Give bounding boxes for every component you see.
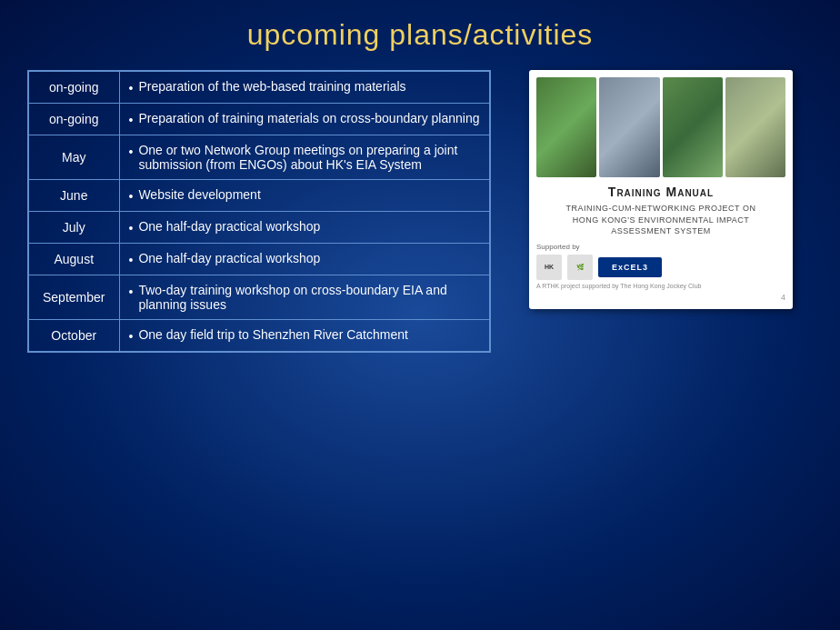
logo-org: 🌿 <box>567 255 593 280</box>
bullet-icon: • <box>129 221 134 235</box>
activities-table-container: on-going•Preparation of the web-based tr… <box>27 70 491 353</box>
bullet-item: •One half-day practical workshop <box>129 251 481 267</box>
logos-row: HK 🌿 ExCEL3 <box>536 255 785 280</box>
logo-hk: HK <box>536 255 562 280</box>
activity-text: Website development <box>138 187 260 202</box>
activity-cell: •One day field trip to Shenzhen River Ca… <box>119 320 490 353</box>
month-cell: July <box>28 212 119 244</box>
bullet-item: •One or two Network Group meetings on pr… <box>129 143 481 172</box>
table-row: on-going•Preparation of the web-based tr… <box>28 71 490 104</box>
bullet-icon: • <box>129 253 134 267</box>
page-number: 4 <box>536 293 785 302</box>
month-cell: June <box>28 180 119 212</box>
activity-cell: •One or two Network Group meetings on pr… <box>119 135 490 180</box>
manual-footer: A RTHK project supported by The Hong Kon… <box>536 283 785 289</box>
excel-logo: ExCEL3 <box>598 257 662 277</box>
bullet-item: •Preparation of training materials on cr… <box>129 111 481 127</box>
month-cell: on-going <box>28 71 119 104</box>
activity-text: One or two Network Group meetings on pre… <box>138 143 480 172</box>
activity-cell: •Website development <box>119 180 490 212</box>
bullet-icon: • <box>129 145 134 159</box>
bullet-item: •Two-day training workshop on cross-boun… <box>129 283 481 312</box>
table-row: June•Website development <box>28 180 490 212</box>
month-cell: September <box>28 275 119 320</box>
table-row: October•One day field trip to Shenzhen R… <box>28 320 490 353</box>
bullet-icon: • <box>129 81 134 95</box>
activity-cell: •One half-day practical workshop <box>119 212 490 244</box>
activity-text: One day field trip to Shenzhen River Cat… <box>138 327 408 342</box>
activity-cell: •Preparation of training materials on cr… <box>119 104 490 135</box>
activity-text: One half-day practical workshop <box>138 219 320 234</box>
bullet-item: •Website development <box>129 187 481 204</box>
table-row: August•One half-day practical workshop <box>28 244 490 275</box>
activities-table: on-going•Preparation of the web-based tr… <box>27 70 491 353</box>
activity-cell: •Two-day training workshop on cross-boun… <box>119 275 490 320</box>
month-cell: October <box>28 320 119 353</box>
table-row: on-going•Preparation of training materia… <box>28 104 490 135</box>
manual-card-title: Training Manual <box>536 185 785 199</box>
image-container: Training Manual Training-cum-Networking … <box>509 70 813 309</box>
bullet-item: •Preparation of the web-based training m… <box>129 79 481 95</box>
bullet-icon: • <box>129 189 134 204</box>
month-cell: on-going <box>28 104 119 135</box>
table-row: September•Two-day training workshop on c… <box>28 275 490 320</box>
bullet-icon: • <box>129 113 134 127</box>
bullet-icon: • <box>129 285 134 299</box>
supported-label: Supported by <box>536 243 785 251</box>
photo-2 <box>599 77 659 177</box>
photo-3 <box>663 77 723 177</box>
training-manual-card: Training Manual Training-cum-Networking … <box>529 70 793 309</box>
activity-text: Preparation of the web-based training ma… <box>138 79 405 94</box>
month-cell: May <box>28 135 119 180</box>
photo-1 <box>536 77 596 177</box>
activity-cell: •Preparation of the web-based training m… <box>119 71 490 104</box>
bullet-item: •One day field trip to Shenzhen River Ca… <box>129 327 481 344</box>
manual-card-subtitle: Training-cum-Networking Project on Hong … <box>536 203 785 237</box>
table-row: May•One or two Network Group meetings on… <box>28 135 490 180</box>
page-title: upcoming plans/activities <box>27 18 813 52</box>
content-area: on-going•Preparation of the web-based tr… <box>27 70 813 353</box>
activity-cell: •One half-day practical workshop <box>119 244 490 275</box>
photos-grid <box>536 77 785 177</box>
bullet-item: •One half-day practical workshop <box>129 219 481 235</box>
activity-text: Two-day training workshop on cross-bound… <box>138 283 480 312</box>
table-row: July•One half-day practical workshop <box>28 212 490 244</box>
month-cell: August <box>28 244 119 275</box>
activity-text: Preparation of training materials on cro… <box>138 111 479 125</box>
bullet-icon: • <box>129 329 134 344</box>
activity-text: One half-day practical workshop <box>138 251 320 265</box>
photo-4 <box>725 77 785 177</box>
